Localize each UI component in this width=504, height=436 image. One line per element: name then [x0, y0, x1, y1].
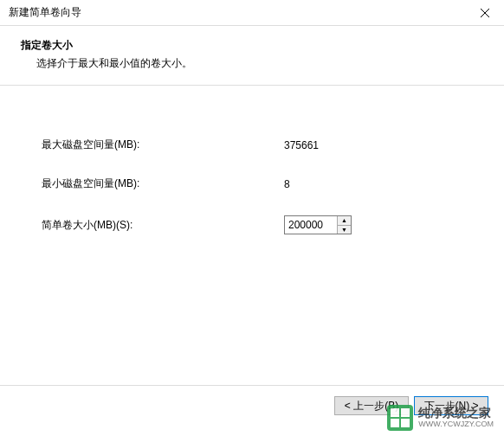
chevron-down-icon: ▼	[341, 227, 347, 233]
chevron-up-icon: ▲	[341, 217, 347, 223]
back-button[interactable]: < 上一步(B)	[334, 396, 409, 415]
wizard-header: 指定卷大小 选择介于最大和最小值的卷大小。	[0, 26, 504, 85]
next-button[interactable]: 下一步(N) >	[414, 396, 488, 415]
close-button[interactable]	[465, 0, 504, 26]
max-space-value: 375661	[284, 139, 319, 151]
page-description: 选择介于最大和最小值的卷大小。	[21, 56, 483, 71]
max-space-row: 最大磁盘空间量(MB): 375661	[42, 138, 462, 152]
page-title: 指定卷大小	[21, 38, 483, 53]
volume-size-label: 简单卷大小(MB)(S):	[42, 218, 284, 233]
window-title: 新建简单卷向导	[9, 5, 81, 20]
min-space-value: 8	[284, 178, 290, 190]
volume-size-row: 简单卷大小(MB)(S): ▲ ▼	[42, 215, 462, 234]
titlebar: 新建简单卷向导	[0, 0, 504, 26]
spinner-buttons: ▲ ▼	[337, 216, 351, 234]
wizard-footer: < 上一步(B) 下一步(N) >	[0, 385, 504, 436]
volume-size-spinner: ▲ ▼	[284, 215, 352, 234]
spinner-down-button[interactable]: ▼	[338, 226, 351, 234]
min-space-row: 最小磁盘空间量(MB): 8	[42, 176, 462, 191]
close-icon	[481, 9, 489, 17]
min-space-label: 最小磁盘空间量(MB):	[42, 176, 284, 191]
volume-size-input[interactable]	[285, 216, 337, 234]
spinner-up-button[interactable]: ▲	[338, 216, 351, 226]
max-space-label: 最大磁盘空间量(MB):	[42, 138, 284, 152]
content-area: 最大磁盘空间量(MB): 375661 最小磁盘空间量(MB): 8 简单卷大小…	[0, 86, 504, 276]
